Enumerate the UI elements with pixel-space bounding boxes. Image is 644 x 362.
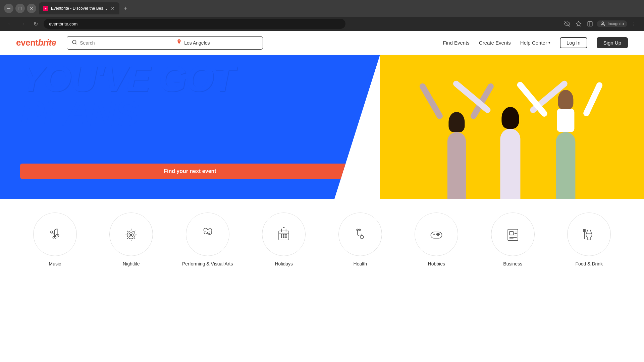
health-icon [352,226,369,243]
svg-point-42 [438,233,439,234]
category-health[interactable]: Health [325,213,395,267]
tab-bar: e Eventbrite - Discover the Best L ✕ + [39,2,640,14]
category-music[interactable]: Music [20,213,90,267]
category-label-music: Music [49,261,61,267]
category-performing-arts[interactable]: Performing & Visual Arts [173,213,243,267]
svg-point-45 [436,234,437,235]
svg-line-19 [135,238,136,239]
business-icon [504,226,521,243]
incognito-label: Incognito [607,21,624,26]
svg-point-27 [281,234,282,235]
search-input[interactable] [80,37,167,49]
back-button[interactable]: ← [5,19,15,28]
location-pin-icon [177,39,181,46]
svg-rect-39 [431,232,442,238]
category-label-arts: Performing & Visual Arts [182,261,233,267]
search-input-area [67,37,172,49]
signup-button[interactable]: Sign Up [597,37,628,48]
hobbies-icon [428,226,445,243]
hero-cta-button[interactable]: Find your next event [20,164,360,179]
svg-point-4 [602,22,604,23]
menu-button[interactable]: ⋮ [629,19,639,28]
category-holidays[interactable]: Holidays [249,213,319,267]
logo[interactable]: eventbrite [16,38,56,48]
category-label-business: Business [503,261,522,267]
category-circle-food [567,213,611,256]
holidays-icon [275,226,292,243]
svg-line-18 [127,231,128,232]
category-food-drink[interactable]: Food & Drink [554,213,624,267]
category-circle-nightlife [109,213,153,256]
category-nightlife[interactable]: Nightlife [97,213,166,267]
hero-blue-panel: YOU'VE GOT PLANS Find your next event [0,55,380,199]
category-circle-health [338,213,382,256]
svg-point-43 [439,234,440,235]
svg-line-21 [127,238,128,239]
categories-grid: Music Nightlif [20,213,624,267]
svg-point-32 [285,237,286,238]
category-label-nightlife: Nightlife [123,261,140,267]
sidebar-icon[interactable] [585,19,595,28]
address-input[interactable] [44,19,345,29]
refresh-button[interactable]: ↻ [31,19,40,28]
active-tab[interactable]: e Eventbrite - Discover the Best L ✕ [39,2,119,14]
location-value: Los Angeles [184,40,258,46]
category-label-health: Health [354,261,367,267]
category-business[interactable]: Business [478,213,548,267]
svg-point-22 [130,234,132,236]
hero-headline-wrapper: YOU'VE GOT PLANS [20,62,380,130]
minimize-button[interactable]: ─ [4,4,13,13]
close-button[interactable]: ✕ [27,4,36,13]
create-events-link[interactable]: Create Events [479,40,511,46]
logo-text: eventbrite [16,38,56,48]
category-circle-arts [186,213,229,256]
music-icon [47,226,63,243]
bookmark-icon[interactable] [574,19,583,28]
category-label-holidays: Holidays [275,261,293,267]
svg-rect-2 [588,21,593,26]
forward-button[interactable]: → [18,19,28,28]
svg-point-5 [72,40,76,44]
address-bar-row: ← → ↻ Incognito ⋮ [0,17,644,31]
svg-point-44 [438,235,439,236]
category-circle-business [491,213,535,256]
eye-off-icon[interactable] [562,19,572,28]
nightlife-icon [123,226,140,243]
svg-line-6 [75,43,76,44]
food-drink-icon [581,226,597,243]
browser-actions: Incognito ⋮ [562,19,639,28]
svg-point-30 [281,237,282,238]
site-header: eventbrite Los Angeles Find Events Creat… [0,31,644,55]
svg-marker-1 [576,21,581,26]
help-center-link[interactable]: Help Center ▾ [520,40,550,46]
svg-line-9 [54,229,57,230]
search-bar: Los Angeles [67,36,263,50]
window-controls[interactable]: ─ □ ✕ [4,4,36,13]
chevron-down-icon: ▾ [548,41,550,45]
category-circle-holidays [262,213,306,256]
maximize-button[interactable]: □ [15,4,25,13]
tab-favicon: e [43,6,48,11]
svg-rect-47 [509,232,514,235]
hero-section: YOU'VE GOT PLANS Find your next event [0,55,644,199]
browser-chrome: ─ □ ✕ e Eventbrite - Discover the Best L… [0,0,644,17]
search-icon [72,40,77,46]
hero-headline-line2: PLANS [20,96,380,131]
hero-yellow-panel [380,55,644,199]
find-events-link[interactable]: Find Events [443,40,470,46]
login-button[interactable]: Log In [560,37,587,48]
category-label-hobbies: Hobbies [428,261,445,267]
svg-line-20 [135,231,136,232]
hero-headline-line1: YOU'VE GOT [20,62,380,96]
tab-close-button[interactable]: ✕ [110,6,115,11]
svg-point-35 [360,235,364,239]
new-tab-button[interactable]: + [121,4,130,13]
category-label-food: Food & Drink [575,261,603,267]
category-hobbies[interactable]: Hobbies [402,213,472,267]
svg-point-28 [283,234,284,235]
svg-point-29 [285,234,286,235]
tab-title: Eventbrite - Discover the Best L [51,6,107,11]
incognito-badge[interactable]: Incognito [597,20,627,27]
nav-links: Find Events Create Events Help Center ▾ … [443,37,628,48]
location-area[interactable]: Los Angeles [172,39,263,46]
